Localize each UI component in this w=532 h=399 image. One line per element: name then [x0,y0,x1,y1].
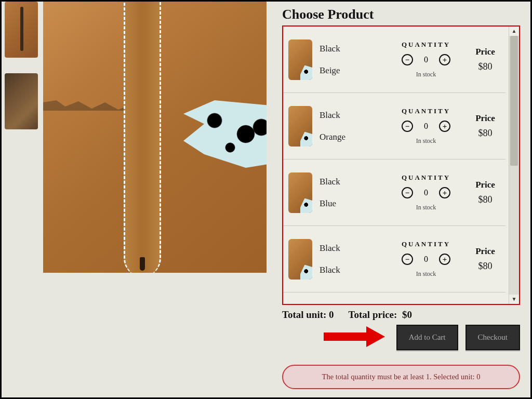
variant-attr-1: Black [320,177,382,187]
variant-attr-2: Beige [320,65,382,76]
price-value: $80 [470,61,500,72]
quantity-label: QUANTITY [402,107,450,115]
variant-attributes: Black Beige [320,44,382,76]
price-value: $80 [470,261,500,272]
price-label: Price [470,47,500,57]
quantity-label: QUANTITY [402,240,450,248]
variant-thumbnail[interactable] [288,39,312,80]
variant-attr-1: Black [320,243,382,254]
attention-arrow-icon [324,328,386,344]
guitar-strap-decoration [124,2,161,273]
quantity-value: 0 [422,255,430,264]
validation-error-message: The total quantity must be at least 1. S… [282,365,520,389]
stock-status: In stock [416,270,436,278]
quantity-decrement-button[interactable]: − [402,254,413,265]
quantity-increment-button[interactable]: + [439,187,450,198]
variant-thumbnail[interactable] [288,106,312,147]
quantity-decrement-button[interactable]: − [402,187,413,198]
thumbnail-column [2,2,43,397]
quantity-increment-button[interactable]: + [439,121,450,132]
variant-thumbnail[interactable] [288,172,312,213]
stock-status: In stock [416,137,436,145]
total-unit-label: Total unit: [282,309,326,320]
quantity-decrement-button[interactable]: − [402,121,413,132]
scroll-down-icon[interactable]: ▼ [509,295,519,304]
quantity-value: 0 [422,122,430,131]
variant-selection-box: Black Beige QUANTITY − 0 + In stock Pric [282,25,520,305]
scrollbar-thumb[interactable] [510,36,518,166]
add-to-cart-button[interactable]: Add to Cart [396,325,458,350]
variant-scrollbar[interactable]: ▲ ▼ [509,26,519,304]
choose-product-heading: Choose Product [282,7,520,22]
total-price-value: $0 [402,309,412,320]
variant-row: Black Blue QUANTITY − 0 + In stock Price [283,159,506,226]
product-thumbnail-2[interactable] [5,73,38,129]
variant-row: Black Orange QUANTITY − 0 + In stock Pri [283,93,506,159]
price-value: $80 [470,194,500,205]
variant-thumbnail[interactable] [288,239,312,280]
variant-row: Black Beige QUANTITY − 0 + In stock Pric [283,26,506,93]
quantity-decrement-button[interactable]: − [402,54,413,65]
total-unit-value: 0 [329,309,334,320]
variant-attr-1: Black [320,44,382,54]
price-value: $80 [470,128,500,139]
quantity-value: 0 [422,188,430,197]
cowhide-patch-decoration [183,100,267,168]
variant-attributes: Black Orange [320,110,382,142]
scroll-up-icon[interactable]: ▲ [509,26,519,36]
totals-row: Total unit: 0 Total price: $0 [282,309,520,321]
leather-edge-decoration [43,90,131,111]
quantity-label: QUANTITY [402,174,450,182]
variant-attr-2: Orange [320,132,382,142]
checkout-button[interactable]: Checkout [466,325,521,350]
stock-status: In stock [416,204,436,211]
total-price-label: Total price: [349,309,397,320]
price-label: Price [470,246,500,257]
product-thumbnail-1[interactable] [5,2,38,58]
variant-row: Black Black QUANTITY − 0 + In stock Pric [283,226,506,292]
stock-status: In stock [416,71,436,78]
variant-attributes: Black Black [320,243,382,275]
variant-attr-1: Black [320,110,382,121]
main-product-image[interactable] [43,2,267,273]
variant-attributes: Black Blue [320,177,382,209]
quantity-increment-button[interactable]: + [439,54,450,65]
quantity-label: QUANTITY [402,41,450,49]
quantity-value: 0 [422,55,430,64]
variant-list: Black Beige QUANTITY − 0 + In stock Pric [283,26,506,304]
quantity-increment-button[interactable]: + [439,254,450,265]
variant-attr-2: Black [320,265,382,275]
price-label: Price [470,180,500,190]
scrollbar-track[interactable] [509,36,519,295]
variant-attr-2: Blue [320,198,382,209]
price-label: Price [470,113,500,124]
